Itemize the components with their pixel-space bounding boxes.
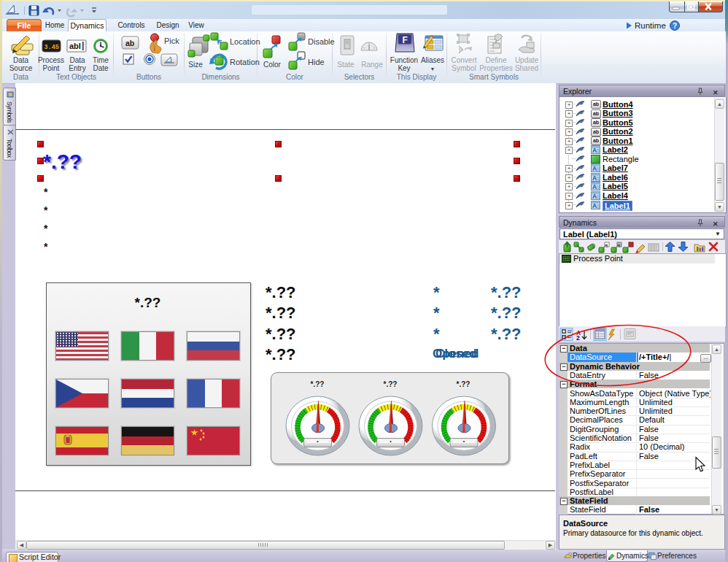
svg-text:Location: Location xyxy=(230,37,260,46)
svg-text:3.45: 3.45 xyxy=(44,44,59,51)
svg-text:A: A xyxy=(592,174,597,182)
svg-text:A: A xyxy=(592,147,597,154)
svg-text:2: 2 xyxy=(576,334,580,342)
svg-text:Pick: Pick xyxy=(164,36,179,45)
svg-text:A: A xyxy=(592,202,597,209)
svg-text:A: A xyxy=(592,193,597,200)
svg-text:?: ? xyxy=(673,22,677,30)
svg-text:Disable: Disable xyxy=(308,37,335,46)
svg-text:ab: ab xyxy=(125,39,134,47)
svg-text:F: F xyxy=(403,35,408,45)
svg-text:A: A xyxy=(592,183,597,190)
svg-text:Hide: Hide xyxy=(308,58,325,66)
svg-text:Rotation: Rotation xyxy=(230,58,260,66)
svg-text:Runtime: Runtime xyxy=(635,21,666,30)
svg-text:abl: abl xyxy=(69,42,81,50)
svg-text:A: A xyxy=(592,165,597,172)
